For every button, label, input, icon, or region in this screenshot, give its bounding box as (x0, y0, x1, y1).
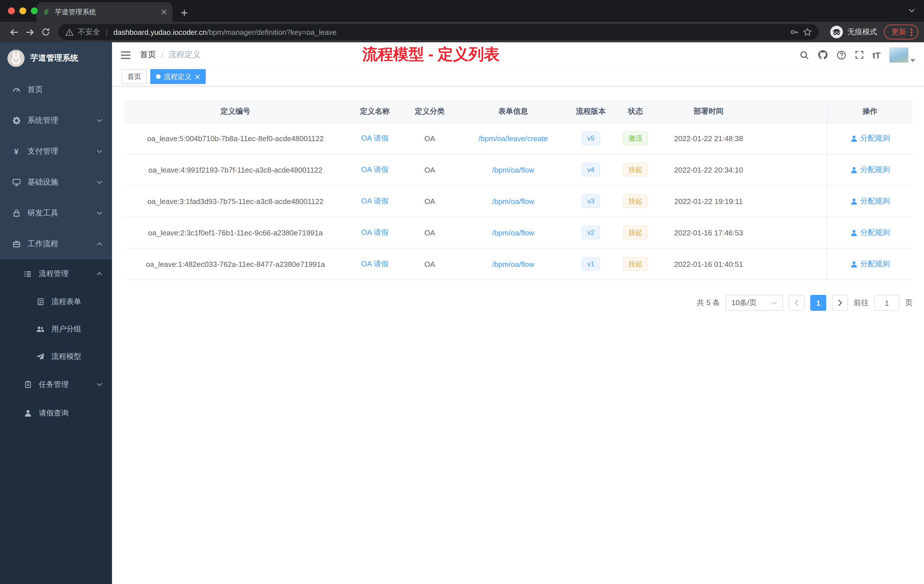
sidebar-item-task-management[interactable]: 任务管理 (0, 370, 112, 399)
close-window-button[interactable] (8, 7, 15, 14)
assign-rule-link[interactable]: 分配规则 (850, 228, 890, 238)
search-icon[interactable] (799, 50, 809, 60)
select-caret-icon (771, 301, 777, 305)
zoom-window-button[interactable] (31, 7, 38, 14)
cell-definition-name: OA 请假 (347, 249, 402, 279)
tab-search-caret-icon[interactable] (909, 8, 915, 13)
definition-name-link[interactable]: OA 请假 (361, 228, 388, 238)
sidebar-item-label: 任务管理 (39, 379, 69, 390)
breadcrumb-home[interactable]: 首页 (140, 50, 156, 60)
url-text[interactable]: dashboard.yudao.iocoder.cn/bpm/manager/d… (114, 28, 337, 36)
sidebar-item-process-management[interactable]: 流程管理 (0, 259, 112, 288)
sidebar-item-system-management[interactable]: 系统管理 (0, 105, 112, 136)
minimize-window-button[interactable] (20, 7, 26, 14)
cell-actions: 分配规则 (827, 217, 912, 248)
sidebar-item-home[interactable]: 首页 (0, 74, 112, 105)
tag-close-icon[interactable] (195, 74, 200, 79)
gear-icon (12, 116, 21, 125)
reload-icon[interactable] (38, 24, 54, 40)
assign-rule-link[interactable]: 分配规则 (850, 133, 890, 144)
kebab-menu-icon[interactable] (910, 28, 912, 36)
tag-label: 首页 (127, 72, 141, 81)
back-icon[interactable] (6, 24, 22, 40)
cell-process-version: v1 (569, 249, 612, 279)
assign-rule-link[interactable]: 分配规则 (850, 259, 890, 269)
sidebar-item-process-form[interactable]: 流程表单 (0, 288, 112, 315)
page-size-select[interactable]: 10条/页 (726, 295, 783, 311)
cell-actions: 分配规则 (827, 249, 912, 279)
cell-process-version: v3 (569, 186, 612, 216)
form-info-link[interactable]: /bpm/oa/flow (492, 197, 534, 205)
chevron-down-icon (97, 181, 102, 184)
cell-definition-category: OA (402, 123, 457, 154)
definition-name-link[interactable]: OA 请假 (361, 259, 388, 269)
new-tab-button[interactable] (181, 9, 188, 16)
version-badge: v4 (581, 163, 600, 177)
tag-home[interactable]: 首页 (122, 69, 147, 84)
definition-name-link[interactable]: OA 请假 (361, 133, 388, 144)
version-badge: v2 (581, 226, 600, 239)
col-header-form-info: 表单信息 (457, 100, 569, 122)
sidebar-item-label: 研发工具 (27, 208, 58, 218)
definition-name-link[interactable]: OA 请假 (361, 165, 388, 175)
sidebar-item-process-model[interactable]: 流程模型 (0, 343, 112, 370)
forward-icon[interactable] (22, 24, 38, 40)
form-info-link[interactable]: /bpm/oa/flow (492, 260, 534, 268)
table-row: oa_leave:4:991f2193-7b7f-11ec-a3c8-acde4… (124, 154, 912, 186)
tag-process-definition[interactable]: 流程定义 (150, 69, 206, 84)
cell-definition-name: OA 请假 (347, 123, 402, 154)
prev-page-button[interactable] (789, 295, 805, 311)
sidebar-item-dev-tools[interactable]: 研发工具 (0, 198, 112, 229)
sidebar-item-leave-query[interactable]: 请假查询 (0, 399, 112, 427)
person-icon (850, 135, 858, 142)
cell-definition-id: oa_leave:5:004b710b-7b8a-11ec-8ef0-acde4… (124, 123, 347, 154)
sidebar-top-section: 芋道管理系统 首页 系统管理 (0, 42, 112, 259)
cell-process-version: v4 (569, 154, 612, 185)
fullscreen-icon[interactable] (855, 50, 864, 59)
browser-tab[interactable]: 芋道管理系统 (36, 2, 173, 22)
next-page-button[interactable] (832, 295, 848, 311)
browser-toolbar: 不安全 | dashboard.yudao.iocoder.cn/bpm/man… (0, 22, 924, 42)
sidebar-item-payment-management[interactable]: ¥ 支付管理 (0, 136, 112, 167)
bookmark-star-icon[interactable] (803, 27, 812, 36)
definition-name-link[interactable]: OA 请假 (361, 196, 388, 206)
help-icon[interactable] (837, 50, 846, 60)
url-path: /bpm/manager/definition?key=oa_leave (207, 28, 337, 36)
update-chip[interactable]: 更新 (884, 25, 918, 40)
form-info-link[interactable]: /bpm/oa/flow (492, 165, 534, 174)
form-info-link[interactable]: /bpm/oa/leave/create (478, 134, 548, 143)
address-bar[interactable]: 不安全 | dashboard.yudao.iocoder.cn/bpm/man… (58, 24, 819, 40)
chevron-right-icon (838, 299, 842, 306)
status-badge: 挂起 (623, 163, 648, 177)
sidebar-item-label: 流程管理 (39, 269, 69, 279)
security-label[interactable]: 不安全 (78, 27, 100, 37)
sidebar-item-workflow[interactable]: 工作流程 (0, 229, 112, 259)
sidebar-collapse-icon[interactable] (120, 51, 131, 59)
sidebar-item-user-group[interactable]: 用户分组 (0, 315, 112, 343)
avatar[interactable] (889, 47, 909, 63)
app-header: 首页 / 流程定义 流程模型 - 定义列表 (112, 42, 924, 68)
sidebar-item-infrastructure[interactable]: 基础设施 (0, 167, 112, 198)
current-page-button[interactable]: 1 (810, 295, 826, 311)
cell-spacer (759, 217, 827, 248)
cell-definition-id: oa_leave:4:991f2193-7b7f-11ec-a3c8-acde4… (124, 154, 347, 185)
table-row: oa_leave:5:004b710b-7b8a-11ec-8ef0-acde4… (124, 123, 912, 154)
goto-page-input[interactable] (874, 295, 899, 311)
form-info-link[interactable]: /bpm/oa/flow (492, 228, 534, 237)
macos-traffic-lights (8, 7, 38, 14)
briefcase-icon (12, 239, 21, 249)
tab-close-icon[interactable] (161, 9, 167, 15)
user-avatar-wrap[interactable] (889, 47, 916, 63)
font-size-icon[interactable]: tT (873, 50, 881, 60)
sidebar-item-label: 系统管理 (27, 115, 58, 126)
assign-rule-link[interactable]: 分配规则 (850, 196, 890, 206)
assign-rule-link[interactable]: 分配规则 (850, 165, 890, 175)
app-window: 芋道管理系统 首页 系统管理 (0, 42, 924, 584)
url-domain: dashboard.yudao.iocoder.cn (114, 28, 207, 36)
cell-form-info: /bpm/oa/flow (457, 217, 569, 248)
avatar-caret-down-icon (910, 59, 916, 62)
col-header-definition-id: 定义编号 (124, 100, 347, 122)
warning-triangle-icon[interactable] (65, 28, 74, 36)
github-icon[interactable] (818, 50, 828, 60)
password-key-icon[interactable] (790, 27, 799, 36)
